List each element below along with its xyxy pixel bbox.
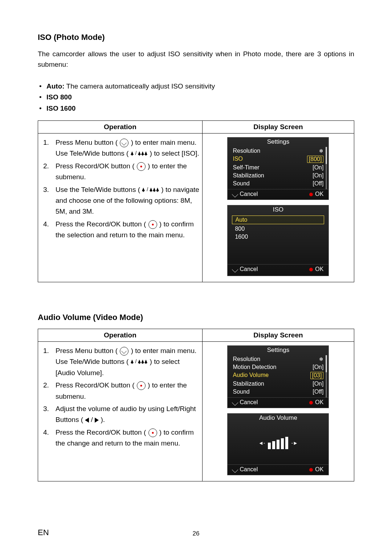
- th-operation: Operation: [38, 329, 203, 342]
- right-arrow-icon: [95, 418, 99, 423]
- bullet-list-iso: Auto: The camera automaticeally adjust I…: [38, 81, 354, 114]
- wrench-icon: Cancel: [233, 191, 258, 197]
- table-audio: Operation Display Screen 1.Press Menu bu…: [38, 329, 354, 481]
- lcd-settings-audio: Settings Resolution Motion Detection[On]…: [227, 345, 329, 408]
- steps-iso: 1.Press Menu button ( ) to enter main me…: [41, 137, 199, 241]
- tele-wide-icon: /: [131, 151, 148, 156]
- volume-bars: ◄- -►: [228, 423, 328, 463]
- record-ok-icon: [137, 381, 146, 390]
- scrollbar-icon: [326, 147, 327, 189]
- snowflake-icon: [319, 356, 323, 362]
- ok-dot-icon: OK: [309, 191, 323, 197]
- lcd-settings-iso: Settings Resolution ISO[800] Self-Timer[…: [227, 137, 329, 200]
- bullet-iso1600: ISO 1600: [38, 103, 354, 114]
- bullet-iso800: ISO 800: [38, 92, 354, 103]
- tele-wide-icon: /: [142, 187, 159, 192]
- record-ok-icon: [148, 428, 157, 437]
- bullet-auto: Auto: The camera automaticeally adjust I…: [38, 81, 354, 92]
- snowflake-icon: [319, 148, 323, 154]
- lang-indicator: EN: [38, 528, 49, 537]
- ok-dot-icon: OK: [309, 399, 323, 406]
- scrollbar-icon: [326, 355, 327, 398]
- tele-wide-icon: /: [131, 359, 148, 364]
- heading-audio: Audio Volume (Video Mode): [38, 313, 354, 322]
- lcd-audio-volume: Audio Volume ◄- -►: [227, 413, 329, 475]
- lcd-iso-submenu: ISO Auto 800 1600 CancelOK: [227, 205, 329, 276]
- record-ok-icon: [137, 162, 146, 171]
- record-ok-icon: [148, 220, 157, 229]
- th-display: Display Screen: [202, 329, 354, 342]
- table-iso: Operation Display Screen 1.Press Menu bu…: [38, 120, 354, 282]
- ok-dot-icon: OK: [309, 266, 323, 272]
- steps-audio: 1.Press Menu button ( ) to enter main me…: [41, 345, 199, 449]
- page-number: 26: [193, 530, 200, 537]
- intro-iso: The camcorder allows the user to adjust …: [38, 49, 354, 70]
- wrench-icon: Cancel: [233, 466, 258, 473]
- heading-iso: ISO (Photo Mode): [38, 33, 354, 42]
- wrench-icon: Cancel: [233, 399, 258, 406]
- wrench-icon: Cancel: [233, 266, 258, 272]
- menu-button-icon: [120, 347, 128, 356]
- th-display: Display Screen: [202, 121, 354, 134]
- ok-dot-icon: OK: [309, 466, 323, 473]
- th-operation: Operation: [38, 121, 203, 134]
- menu-button-icon: [120, 139, 128, 147]
- left-arrow-icon: [85, 418, 89, 423]
